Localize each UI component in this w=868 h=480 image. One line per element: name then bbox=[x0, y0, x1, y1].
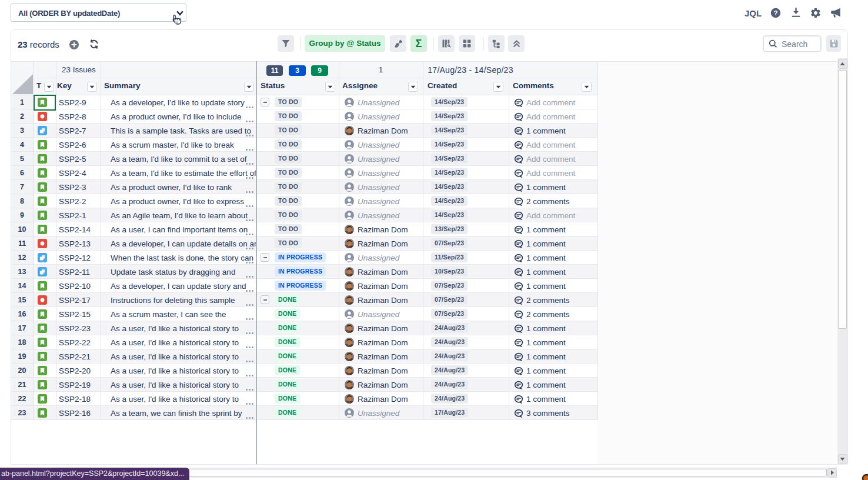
svg-text:?: ? bbox=[773, 9, 777, 16]
